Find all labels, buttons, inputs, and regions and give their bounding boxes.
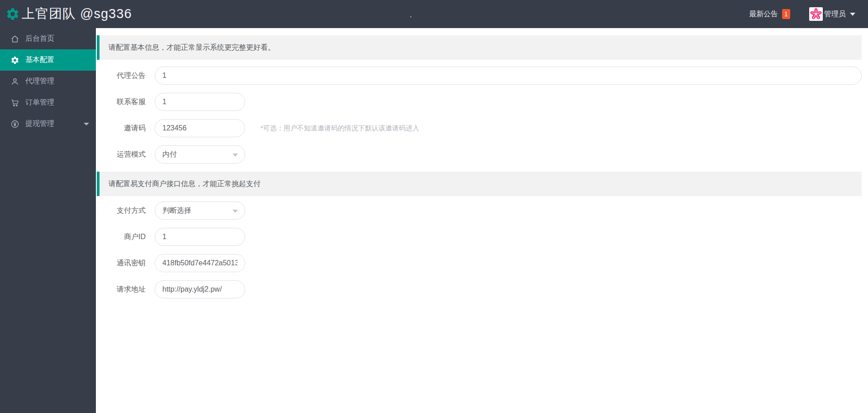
header-center-dot: .: [410, 11, 412, 19]
invite-code-hint: *可选：用户不知道邀请码的情况下默认该邀请码进入: [261, 124, 419, 133]
merchant-id-input[interactable]: [155, 228, 245, 246]
user-icon: [10, 77, 19, 86]
flower-avatar-icon: [809, 6, 823, 22]
field-label: 支付方式: [96, 206, 146, 216]
sidebar-item-label: 基本配置: [25, 55, 54, 65]
field-label: 商户ID: [96, 232, 146, 242]
customer-service-input[interactable]: [155, 93, 245, 111]
notice-text: 请配置易支付商户接口信息，才能正常挑起支付: [109, 179, 261, 189]
sidebar-item-label: 提现管理: [25, 119, 54, 129]
field-label: 代理公告: [96, 71, 146, 81]
payment-method-select[interactable]: 判断选择: [155, 202, 245, 220]
payment-method-row: 支付方式 判断选择: [96, 202, 862, 220]
app-logo: 上官团队 @sg336: [5, 5, 132, 23]
operation-mode-select[interactable]: 内付: [155, 145, 245, 163]
main-content: 请配置基本信息，才能正常显示系统更完整更好看。 代理公告 联系客服 邀请码 *可…: [96, 28, 868, 413]
sidebar-nav: 后台首页 基本配置 代理管理 订单管理 提现管理: [0, 28, 96, 413]
merchant-id-row: 商户ID: [96, 228, 862, 246]
sidebar-item-basic-config[interactable]: 基本配置: [0, 49, 96, 71]
gear-icon: [10, 56, 19, 65]
comm-secret-input[interactable]: [155, 254, 245, 272]
field-label: 请求地址: [96, 285, 146, 294]
gear-logo-icon: [5, 7, 20, 21]
username-label[interactable]: 管理员: [824, 10, 846, 19]
yen-coin-icon: [10, 120, 19, 129]
announcement-count-badge[interactable]: 1: [782, 9, 790, 19]
selected-value: 内付: [162, 150, 177, 159]
app-title: 上官团队 @sg336: [22, 5, 132, 23]
notice-text: 请配置基本信息，才能正常显示系统更完整更好看。: [109, 43, 275, 53]
home-icon: [10, 34, 19, 43]
selected-value: 判断选择: [162, 206, 191, 216]
cart-icon: [10, 98, 19, 107]
request-url-row: 请求地址: [96, 280, 862, 298]
field-label: 运营模式: [96, 150, 146, 159]
top-header: 上官团队 @sg336 . 最新公告 1: [0, 0, 868, 28]
chevron-down-icon[interactable]: [84, 123, 89, 125]
chevron-down-icon: [232, 154, 238, 157]
agent-notice-row: 代理公告: [96, 67, 862, 85]
field-label: 联系客服: [96, 97, 146, 107]
user-menu-caret-icon[interactable]: [850, 13, 855, 16]
sidebar-item-label: 代理管理: [25, 77, 54, 86]
invite-code-input[interactable]: [155, 119, 245, 137]
comm-secret-row: 通讯密钥: [96, 254, 862, 272]
notice-payment-config: 请配置易支付商户接口信息，才能正常挑起支付: [97, 172, 862, 196]
sidebar-item-withdraw-management[interactable]: 提现管理: [0, 113, 96, 134]
sidebar-item-label: 后台首页: [25, 34, 54, 43]
sidebar-item-dashboard[interactable]: 后台首页: [0, 28, 96, 49]
customer-service-row: 联系客服: [96, 93, 862, 111]
latest-announcement-link[interactable]: 最新公告: [749, 10, 778, 19]
invite-code-row: 邀请码 *可选：用户不知道邀请码的情况下默认该邀请码进入: [96, 119, 862, 137]
sidebar-item-label: 订单管理: [25, 98, 54, 107]
notice-basic-config: 请配置基本信息，才能正常显示系统更完整更好看。: [97, 35, 862, 60]
operation-mode-row: 运营模式 内付: [96, 145, 862, 163]
sidebar-item-order-management[interactable]: 订单管理: [0, 92, 96, 113]
user-avatar[interactable]: [809, 7, 823, 21]
field-label: 通讯密钥: [96, 259, 146, 268]
chevron-down-icon: [232, 210, 238, 213]
field-label: 邀请码: [96, 124, 146, 133]
request-url-input[interactable]: [155, 280, 245, 298]
sidebar-item-agent-management[interactable]: 代理管理: [0, 71, 96, 92]
agent-notice-input[interactable]: [155, 67, 862, 85]
